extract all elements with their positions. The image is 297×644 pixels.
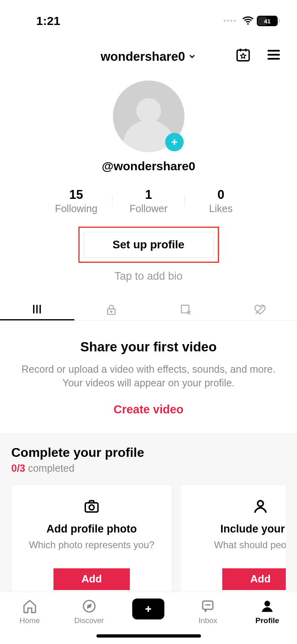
avatar-container[interactable]	[113, 80, 184, 152]
chevron-down-icon	[188, 50, 197, 64]
follower-stat[interactable]: 1 Follower	[113, 188, 185, 215]
profile-handle: @wondershare0	[102, 159, 195, 173]
status-right: •••• 41	[223, 14, 278, 27]
add-name-button[interactable]: Add	[222, 568, 286, 590]
svg-point-14	[89, 505, 94, 510]
follower-count: 1	[145, 188, 152, 202]
card-desc: Which photo represents you?	[29, 539, 154, 551]
setup-profile-label: Set up profile	[113, 238, 184, 251]
card-title: Add profile photo	[47, 523, 137, 535]
svg-point-15	[258, 501, 263, 506]
svg-point-22	[264, 601, 270, 607]
svg-marker-17	[88, 605, 91, 608]
username-label: wondershare0	[100, 50, 185, 64]
nav-profile-label: Profile	[256, 616, 279, 625]
complete-profile-section: Complete your profile 0/3 completed Add …	[0, 433, 297, 615]
nav-home[interactable]: Home	[6, 599, 54, 625]
stats-row: 15 Following 1 Follower 0 Likes	[0, 188, 297, 215]
calendar-star-icon[interactable]	[235, 47, 251, 64]
tab-liked[interactable]	[223, 299, 297, 320]
following-label: Following	[55, 203, 98, 215]
following-count: 15	[69, 188, 83, 202]
svg-rect-0	[237, 50, 249, 61]
add-photo-button[interactable]: Add	[53, 568, 130, 590]
first-video-prompt: Share your first video Record or upload …	[0, 321, 297, 427]
wifi-icon	[242, 14, 254, 27]
add-bio-text[interactable]: Tap to add bio	[0, 270, 297, 283]
username-dropdown[interactable]: wondershare0	[100, 50, 196, 64]
card-add-photo: Add profile photo Which photo represents…	[11, 485, 172, 603]
progress-suffix: completed	[25, 462, 74, 474]
likes-label: Likes	[209, 203, 232, 215]
tab-posts[interactable]	[0, 299, 74, 320]
complete-profile-progress: 0/3 completed	[11, 462, 286, 474]
follower-label: Follower	[129, 203, 167, 215]
first-video-title: Share your first video	[16, 339, 281, 355]
nav-discover[interactable]: Discover	[65, 599, 113, 625]
following-stat[interactable]: 15 Following	[40, 188, 113, 215]
camera-icon	[83, 497, 100, 516]
person-icon	[252, 497, 269, 516]
tab-private[interactable]	[74, 299, 149, 320]
add-avatar-button[interactable]	[165, 133, 184, 151]
home-indicator[interactable]	[96, 634, 201, 638]
nav-inbox[interactable]: Inbox	[184, 599, 232, 625]
tab-saved[interactable]	[149, 299, 223, 320]
create-button[interactable]	[132, 599, 164, 619]
hamburger-menu-icon[interactable]	[266, 47, 282, 64]
battery-icon: 41	[257, 16, 278, 26]
svg-rect-13	[85, 503, 98, 512]
add-button-label: Add	[82, 573, 102, 585]
add-button-label: Add	[250, 573, 271, 585]
card-add-name: Include your na What should people c Add	[180, 485, 286, 603]
complete-profile-title: Complete your profile	[11, 445, 286, 460]
nav-profile[interactable]: Profile	[243, 599, 291, 625]
create-video-link[interactable]: Create video	[16, 403, 281, 416]
profile-section: @wondershare0	[0, 80, 297, 173]
first-video-desc: Record or upload a video with effects, s…	[16, 363, 281, 390]
status-time: 1:21	[36, 14, 60, 28]
profile-cards: Add profile photo Which photo represents…	[11, 485, 286, 603]
nav-home-label: Home	[20, 616, 40, 625]
likes-stat[interactable]: 0 Likes	[185, 188, 257, 215]
nav-discover-label: Discover	[74, 616, 104, 625]
setup-profile-highlight: Set up profile	[78, 227, 219, 263]
signal-dots-icon: ••••	[223, 17, 237, 25]
svg-point-10	[111, 311, 112, 312]
card-desc: What should people c	[214, 539, 286, 551]
card-title: Include your na	[220, 523, 286, 535]
profile-header: wondershare0	[0, 46, 297, 68]
nav-inbox-label: Inbox	[199, 616, 217, 625]
setup-profile-button[interactable]: Set up profile	[84, 232, 214, 258]
status-bar: 1:21 •••• 41	[0, 0, 297, 34]
profile-tabs	[0, 299, 297, 321]
progress-ratio: 0/3	[11, 462, 25, 474]
nav-create[interactable]	[124, 599, 172, 619]
likes-count: 0	[217, 188, 224, 202]
